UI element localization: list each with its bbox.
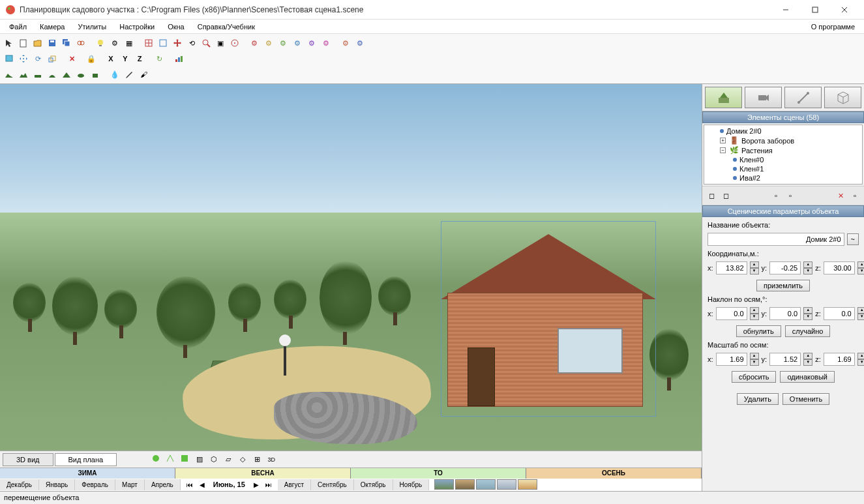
scale-y-up[interactable]: ▲ xyxy=(803,353,812,359)
bulb-icon[interactable] xyxy=(94,37,107,50)
tilt-y-input[interactable] xyxy=(769,307,801,320)
same-scale-button[interactable]: одинаковый xyxy=(780,371,835,383)
water-icon[interactable]: 💧 xyxy=(108,68,121,81)
season-summer[interactable]: ТО xyxy=(351,468,526,479)
save-icon[interactable] xyxy=(46,37,59,50)
gear3-icon[interactable]: ⚙ xyxy=(353,37,366,50)
axis-z-button[interactable]: Z xyxy=(133,52,146,65)
sky-thumb-5[interactable] xyxy=(518,479,537,490)
panel-tab-scene[interactable] xyxy=(705,87,742,108)
tab-3d-view[interactable]: 3D вид xyxy=(3,453,53,466)
scene-tool1-icon[interactable]: ◻ xyxy=(705,189,718,202)
chain-icon[interactable] xyxy=(74,37,87,50)
month-feb[interactable]: Февраль xyxy=(75,479,115,490)
scale-icon[interactable] xyxy=(46,52,59,65)
axis-y-button[interactable]: Y xyxy=(119,52,132,65)
vis4-icon[interactable]: ▨ xyxy=(194,454,205,466)
minimize-button[interactable] xyxy=(771,1,800,19)
coord-x-up[interactable]: ▲ xyxy=(750,261,759,268)
vis1-icon[interactable] xyxy=(151,454,162,466)
house-object[interactable] xyxy=(447,234,649,407)
terrain2-icon[interactable] xyxy=(17,68,30,81)
window-icon[interactable] xyxy=(3,52,16,65)
menu-utilities[interactable]: Утилиты xyxy=(72,22,113,32)
tab-plan-view[interactable]: Вид плана xyxy=(55,453,117,466)
tilt-x-down[interactable]: ▼ xyxy=(750,314,759,320)
chart-icon[interactable] xyxy=(172,52,185,65)
scale-z-up[interactable]: ▲ xyxy=(857,353,864,359)
scene-tool4-icon[interactable]: ▫ xyxy=(784,189,797,202)
panel-tab-camera[interactable] xyxy=(745,87,782,108)
delete-button[interactable]: Удалить xyxy=(737,393,779,405)
object-name-input[interactable] xyxy=(708,233,844,246)
menu-camera[interactable]: Камера xyxy=(33,22,71,32)
sky-thumb-1[interactable] xyxy=(434,479,454,490)
refresh-icon[interactable]: ↻ xyxy=(153,52,166,65)
terrain1-icon[interactable] xyxy=(3,68,16,81)
gear-pink-icon[interactable]: ⚙ xyxy=(320,37,333,50)
menu-about[interactable]: О программе xyxy=(805,22,861,32)
terrain6-icon[interactable] xyxy=(74,68,87,81)
tree-item-maple0[interactable]: Клен#0 xyxy=(707,155,859,164)
menu-settings[interactable]: Настройки xyxy=(113,22,161,32)
month-sep[interactable]: Сентябрь xyxy=(311,479,354,490)
reset-tilt-button[interactable]: обнулить xyxy=(736,325,781,337)
month-mar[interactable]: Март xyxy=(115,479,145,490)
eyedropper-icon[interactable] xyxy=(123,68,136,81)
ground-button[interactable]: приземлить xyxy=(756,280,810,291)
scale-z-input[interactable] xyxy=(824,353,855,366)
open-icon[interactable] xyxy=(31,37,44,50)
maximize-button[interactable] xyxy=(800,1,829,19)
terrain7-icon[interactable] xyxy=(89,68,102,81)
vis7-icon[interactable]: ◇ xyxy=(237,454,248,466)
vis2-icon[interactable] xyxy=(165,454,177,466)
coord-y-down[interactable]: ▼ xyxy=(803,268,812,274)
select-icon[interactable]: ▣ xyxy=(214,37,227,50)
panel-tab-cube[interactable] xyxy=(824,87,861,108)
menu-file[interactable]: Файл xyxy=(3,22,33,32)
tool-icon[interactable]: ⚙ xyxy=(108,37,121,50)
tree-item-house[interactable]: Домик 2#0 xyxy=(707,126,859,136)
coord-x-down[interactable]: ▼ xyxy=(750,268,759,274)
gear-red-icon[interactable]: ⚙ xyxy=(248,37,261,50)
tilt-y-down[interactable]: ▼ xyxy=(803,314,812,320)
scale-z-down[interactable]: ▼ xyxy=(857,359,864,366)
menu-help[interactable]: Справка/Учебник xyxy=(191,22,261,32)
scene-tool3-icon[interactable]: ▫ xyxy=(769,189,782,202)
tree-item-willow2[interactable]: Ива#2 xyxy=(707,173,859,183)
scale-y-down[interactable]: ▼ xyxy=(803,359,812,366)
delete-icon[interactable]: ✕ xyxy=(65,52,78,65)
terrain4-icon[interactable] xyxy=(46,68,59,81)
tilt-x-input[interactable] xyxy=(716,307,747,320)
season-winter[interactable]: ЗИМА xyxy=(0,468,175,479)
month-aug[interactable]: Август xyxy=(278,479,311,490)
gear2-icon[interactable]: ⚙ xyxy=(339,37,352,50)
tilt-y-up[interactable]: ▲ xyxy=(803,307,812,314)
rotate2-icon[interactable]: ⟳ xyxy=(31,52,44,65)
scene-tool2-icon[interactable]: ◻ xyxy=(719,189,732,202)
grid-icon[interactable] xyxy=(142,37,155,50)
axis-x-button[interactable]: X xyxy=(104,52,117,65)
gear-purple-icon[interactable]: ⚙ xyxy=(305,37,318,50)
coord-z-down[interactable]: ▼ xyxy=(857,268,864,274)
vis9-icon[interactable]: 3D xyxy=(265,454,277,466)
viewport-3d[interactable] xyxy=(0,84,702,451)
coord-x-input[interactable] xyxy=(716,261,747,274)
season-autumn[interactable]: ОСЕНЬ xyxy=(526,468,702,479)
move-icon[interactable] xyxy=(171,37,184,50)
panel-tab-measure[interactable] xyxy=(784,87,822,108)
terrain5-icon[interactable] xyxy=(60,68,73,81)
month-apr[interactable]: Апрель xyxy=(145,479,181,490)
month-oct[interactable]: Октябрь xyxy=(354,479,393,490)
coord-z-input[interactable] xyxy=(824,261,855,274)
month-nov[interactable]: Ноябрь xyxy=(393,479,430,490)
random-tilt-button[interactable]: случайно xyxy=(785,325,831,337)
scene-del-icon[interactable]: ✕ xyxy=(834,189,847,202)
tool2-icon[interactable]: ▦ xyxy=(123,37,136,50)
zoom-icon[interactable] xyxy=(200,37,213,50)
coord-y-input[interactable] xyxy=(769,261,801,274)
rotate-icon[interactable]: ⟲ xyxy=(185,37,198,50)
season-spring[interactable]: ВЕСНА xyxy=(175,468,351,479)
gear-blue-icon[interactable]: ⚙ xyxy=(291,37,304,50)
vis8-icon[interactable]: ⊞ xyxy=(251,454,263,466)
